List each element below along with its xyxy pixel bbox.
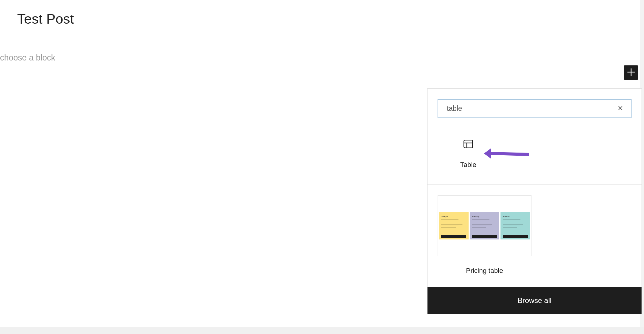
bottom-bar [0,327,644,334]
add-block-button[interactable] [624,65,638,80]
block-placeholder[interactable]: choose a block [0,53,644,63]
text-line [503,226,520,226]
browse-all-button[interactable]: Browse all [427,287,642,314]
pricing-card-subtitle [441,219,458,220]
text-line [472,226,491,226]
pricing-card-patron: Patron [500,212,530,239]
text-line [472,224,492,225]
pricing-card-button [472,235,497,238]
pricing-card-divider [441,222,466,222]
pricing-card-family: Family [470,212,500,239]
patterns-section: Single Family [427,184,642,287]
clear-search-button[interactable] [617,105,624,112]
pricing-card-title: Family [472,215,497,218]
text-line [441,224,462,225]
pattern-item-pricing-table[interactable]: Single Family [438,195,531,275]
pricing-card-divider [503,222,528,222]
search-container [438,99,631,118]
pattern-item-label: Pricing table [466,267,503,275]
block-item-table[interactable]: Table [438,134,499,173]
pricing-card-title: Single [441,215,466,218]
block-inserter-popup: Table Single Family [427,88,642,314]
pricing-card-subtitle [472,219,489,220]
plus-icon [626,67,636,78]
text-line [472,227,486,228]
pricing-card-button [441,235,466,238]
browse-all-label: Browse all [518,296,552,305]
pricing-card-lines [503,224,528,235]
pricing-card-lines [441,224,466,235]
pricing-card-lines [472,224,497,235]
close-icon [617,105,623,112]
pattern-preview: Single Family [438,195,531,256]
block-search-input[interactable] [447,104,613,113]
text-line [441,227,456,228]
post-title[interactable]: Test Post [0,11,644,27]
text-line [503,227,517,228]
table-icon [462,138,474,150]
search-wrapper [427,89,642,128]
pricing-card-title: Patron [503,215,528,218]
pricing-card-button [503,235,528,238]
pricing-card-subtitle [503,219,520,220]
pricing-card-divider [472,222,497,222]
text-line [503,224,523,225]
block-results: Table [427,128,642,184]
block-item-label: Table [460,161,477,169]
pricing-card-single: Single [439,212,469,239]
text-line [441,226,458,226]
svg-rect-0 [464,140,473,148]
